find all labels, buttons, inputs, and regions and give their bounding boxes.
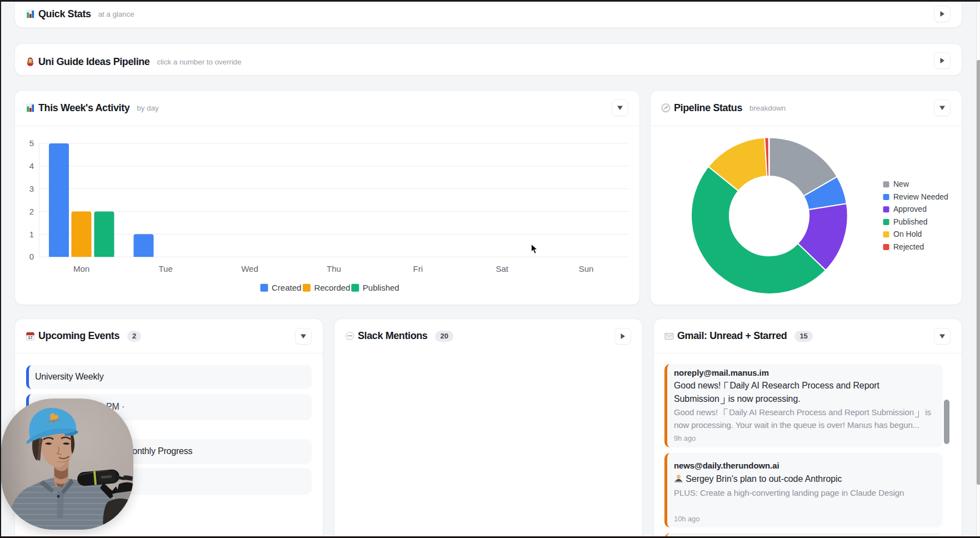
- svg-text:4: 4: [29, 161, 34, 171]
- svg-text:Approved: Approved: [893, 205, 927, 213]
- svg-text:3: 3: [29, 184, 34, 193]
- svg-text:Mon: Mon: [73, 264, 89, 273]
- svg-text:Review Needed: Review Needed: [893, 192, 948, 201]
- svg-text:Published: Published: [893, 217, 928, 226]
- svg-text:Fri: Fri: [413, 264, 423, 273]
- svg-text:Created: Created: [272, 283, 301, 292]
- svg-text:Published: Published: [363, 283, 399, 292]
- svg-text:Thu: Thu: [327, 264, 341, 273]
- svg-text:5: 5: [29, 138, 34, 148]
- svg-text:On Hold: On Hold: [893, 230, 922, 238]
- svg-text:Rejected: Rejected: [893, 242, 924, 251]
- svg-text:Recorded: Recorded: [314, 283, 350, 292]
- svg-text:Sat: Sat: [496, 264, 508, 273]
- svg-text:Tue: Tue: [158, 264, 172, 273]
- svg-text:Sun: Sun: [579, 264, 594, 273]
- svg-text:0: 0: [29, 252, 34, 261]
- svg-text:New: New: [893, 180, 909, 188]
- svg-text:2: 2: [29, 207, 34, 216]
- svg-text:17: 17: [28, 336, 33, 340]
- svg-text:Wed: Wed: [241, 264, 258, 273]
- svg-text:1: 1: [29, 230, 34, 239]
